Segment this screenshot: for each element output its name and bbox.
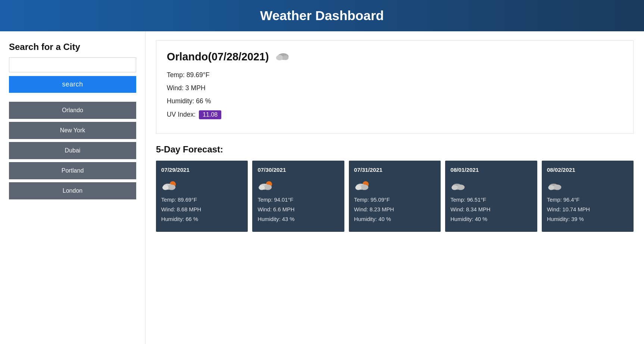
forecast-wind-4: Wind: 10.74 MPH xyxy=(547,206,628,212)
forecast-temp-3: Temp: 96.51°F xyxy=(450,197,532,203)
city-button-dubai[interactable]: Dubai xyxy=(9,142,136,159)
forecast-icon-1 xyxy=(257,178,339,192)
forecast-wind-2: Wind: 8.23 MPH xyxy=(354,206,435,212)
forecast-icon-4 xyxy=(547,178,628,192)
forecast-temp-4: Temp: 96.4°F xyxy=(547,197,628,203)
current-uv: UV Index: 11.08 xyxy=(167,110,623,119)
forecast-card-2: 07/31/2021 Temp: 95.09°F Wind: 8.23 MPH … xyxy=(349,161,441,232)
forecast-wind-3: Wind: 8.34 MPH xyxy=(450,206,532,212)
forecast-date-2: 07/31/2021 xyxy=(354,167,435,173)
svg-point-13 xyxy=(360,184,368,190)
current-city-name: Orlando(07/28/2021) xyxy=(167,51,269,63)
sidebar: Search for a City search Orlando New Yor… xyxy=(0,31,146,344)
forecast-temp-1: Temp: 94.01°F xyxy=(257,197,339,203)
current-temp: Temp: 89.69°F xyxy=(167,71,623,79)
forecast-icon-0 xyxy=(161,178,243,192)
main-layout: Search for a City search Orlando New Yor… xyxy=(0,31,644,344)
forecast-section: 5-Day Forecast: 07/29/2021 Temp: 89.69°F xyxy=(156,144,634,232)
svg-point-16 xyxy=(457,184,465,190)
city-button-portland[interactable]: Portland xyxy=(9,162,136,179)
forecast-humidity-3: Humidity: 40 % xyxy=(450,216,532,222)
forecast-cards: 07/29/2021 Temp: 89.69°F Wind: 8.68 MPH … xyxy=(156,161,634,232)
forecast-wind-0: Wind: 8.68 MPH xyxy=(161,206,243,212)
forecast-temp-0: Temp: 89.69°F xyxy=(161,197,243,203)
current-weather-card: Orlando(07/28/2021) Temp: 89.69°F Wind: … xyxy=(156,40,634,134)
forecast-card-3: 08/01/2021 Temp: 96.51°F Wind: 8.34 MPH … xyxy=(445,161,537,232)
uv-label: UV Index: xyxy=(167,111,196,118)
forecast-humidity-0: Humidity: 66 % xyxy=(161,216,243,222)
page-title: Weather Dashboard xyxy=(260,8,384,23)
svg-point-5 xyxy=(168,184,175,190)
forecast-card-4: 08/02/2021 Temp: 96.4°F Wind: 10.74 MPH … xyxy=(542,161,634,232)
svg-point-9 xyxy=(264,184,272,190)
forecast-card-1: 07/30/2021 Temp: 94.01°F Wind: 6.6 MPH H… xyxy=(252,161,344,232)
forecast-title: 5-Day Forecast: xyxy=(156,144,634,155)
forecast-temp-2: Temp: 95.09°F xyxy=(354,197,435,203)
forecast-humidity-2: Humidity: 40 % xyxy=(354,216,435,222)
city-list: Orlando New York Dubai Portland London xyxy=(9,102,136,199)
forecast-icon-2 xyxy=(354,178,435,192)
svg-point-10 xyxy=(259,185,265,190)
current-wind: Wind: 3 MPH xyxy=(167,84,623,92)
current-weather-icon xyxy=(274,50,289,64)
svg-point-6 xyxy=(162,185,168,190)
svg-point-1 xyxy=(276,55,283,60)
forecast-date-4: 08/02/2021 xyxy=(547,167,628,173)
search-input[interactable] xyxy=(9,57,136,72)
search-button[interactable]: search xyxy=(9,76,136,93)
svg-point-14 xyxy=(355,185,361,190)
forecast-date-3: 08/01/2021 xyxy=(450,167,532,173)
svg-point-17 xyxy=(451,185,457,190)
city-button-newyork[interactable]: New York xyxy=(9,122,136,139)
page-header: Weather Dashboard xyxy=(0,0,644,31)
forecast-humidity-4: Humidity: 39 % xyxy=(547,216,628,222)
city-button-orlando[interactable]: Orlando xyxy=(9,102,136,119)
svg-point-2 xyxy=(282,55,288,60)
forecast-card-0: 07/29/2021 Temp: 89.69°F Wind: 8.68 MPH … xyxy=(156,161,248,232)
forecast-date-0: 07/29/2021 xyxy=(161,167,243,173)
svg-point-20 xyxy=(548,185,554,190)
svg-point-19 xyxy=(553,184,561,190)
forecast-date-1: 07/30/2021 xyxy=(257,167,339,173)
sidebar-search-title: Search for a City xyxy=(9,42,136,52)
forecast-wind-1: Wind: 6.6 MPH xyxy=(257,206,339,212)
city-button-london[interactable]: London xyxy=(9,182,136,199)
current-humidity: Humidity: 66 % xyxy=(167,97,623,105)
uv-badge: 11.08 xyxy=(199,110,221,119)
content-area: Orlando(07/28/2021) Temp: 89.69°F Wind: … xyxy=(146,31,644,344)
city-header: Orlando(07/28/2021) xyxy=(167,50,623,64)
forecast-icon-3 xyxy=(450,178,532,192)
forecast-humidity-1: Humidity: 43 % xyxy=(257,216,339,222)
